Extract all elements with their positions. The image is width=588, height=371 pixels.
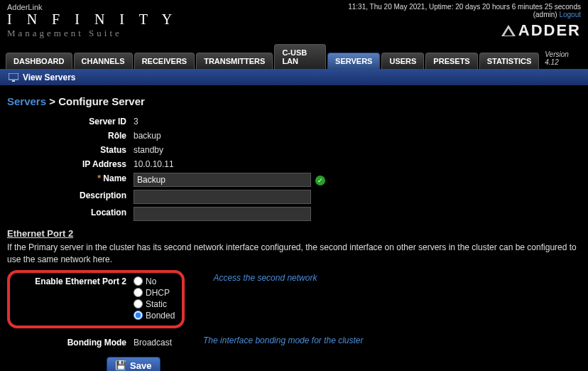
eth2-option-label: Static (146, 299, 167, 309)
subnav-label: View Servers (23, 72, 76, 82)
adder-logo: ADDER (348, 21, 581, 40)
version-label: Version 4.12 (540, 48, 582, 69)
label-server-id: Server ID (7, 114, 131, 129)
label-bonding-mode: Bonding Mode (7, 335, 131, 350)
adder-logo-icon (501, 25, 516, 36)
adder-logo-text: ADDER (518, 21, 581, 40)
label-ip: IP Address (7, 157, 131, 171)
breadcrumb-servers-link[interactable]: Servers (7, 95, 46, 107)
hint-bonding: The interface bonding mode for the clust… (175, 335, 363, 345)
label-location: Location (7, 205, 131, 222)
location-field[interactable] (134, 207, 311, 221)
value-status: standby (131, 143, 328, 157)
eth2-option-label: DHCP (146, 288, 170, 298)
value-server-id: 3 (131, 114, 328, 129)
value-ip: 10.0.10.11 (131, 157, 328, 171)
eth2-option-label: No (146, 276, 156, 286)
label-status: Status (7, 143, 131, 157)
check-icon: ✓ (315, 176, 325, 186)
save-button-label: Save (130, 360, 151, 371)
tab-c-usb-lan[interactable]: C-USB LAN (274, 44, 326, 69)
value-bonding-mode: Broadcast (131, 335, 175, 350)
eth2-highlight-box: Enable Ethernet Port 2 NoDHCPStaticBonde… (7, 270, 185, 328)
label-role: Rôle (7, 129, 131, 143)
tab-transmitters[interactable]: TRANSMITTERS (196, 53, 273, 69)
server-form: Server ID 3 Rôle backup Status standby I… (7, 114, 328, 222)
tab-receivers[interactable]: RECEIVERS (134, 53, 195, 69)
required-mark: * (97, 173, 101, 183)
section-help-eth2: If the Primary server in the cluster has… (7, 242, 581, 266)
tab-channels[interactable]: CHANNELS (74, 53, 133, 69)
svg-rect-0 (9, 73, 18, 80)
label-enable-eth2: Enable Ethernet Port 2 (11, 274, 131, 323)
main-tabs: DASHBOARDCHANNELSRECEIVERSTRANSMITTERSC-… (0, 44, 588, 70)
status-time-uptime: 11:31, Thu 20 May 2021, Uptime: 20 days … (348, 3, 581, 11)
tab-presets[interactable]: PRESETS (425, 53, 477, 69)
value-role: backup (131, 129, 328, 143)
description-field[interactable] (134, 190, 311, 204)
eth2-radio-bonded[interactable] (134, 311, 143, 320)
logout-link[interactable]: Logout (559, 11, 581, 18)
monitor-icon (9, 73, 18, 82)
current-user: (admin) (533, 11, 560, 18)
tab-servers[interactable]: SERVERS (327, 53, 380, 69)
eth2-radio-no[interactable] (134, 276, 143, 286)
eth2-option-label: Bonded (146, 311, 175, 321)
hint-eth2: Access the second network (185, 270, 317, 283)
breadcrumb-current: Configure Server (58, 95, 145, 107)
tab-users[interactable]: USERS (381, 53, 424, 69)
eth2-radio-dhcp[interactable] (134, 288, 143, 297)
name-field[interactable] (134, 173, 311, 187)
breadcrumb-separator: > (49, 95, 55, 107)
brand-small: AdderLink (7, 3, 178, 11)
breadcrumb: Servers > Configure Server (7, 95, 581, 107)
eth2-radio-static[interactable] (134, 299, 143, 308)
brand-suite: Management Suite (7, 28, 178, 39)
tab-statistics[interactable]: STATISTICS (479, 53, 540, 69)
brand-product: I N F I N I T Y (7, 11, 178, 28)
tab-dashboard[interactable]: DASHBOARD (6, 53, 72, 69)
save-button[interactable]: 💾 Save (107, 357, 160, 371)
save-icon: 💾 (116, 360, 126, 370)
svg-rect-1 (12, 80, 15, 82)
section-title-eth2: Ethernet Port 2 (7, 228, 581, 239)
subnav-bar[interactable]: View Servers (0, 70, 588, 85)
brand-block: AdderLink I N F I N I T Y Management Sui… (7, 3, 178, 40)
label-name: Name (103, 173, 126, 183)
label-description: Description (7, 188, 131, 205)
